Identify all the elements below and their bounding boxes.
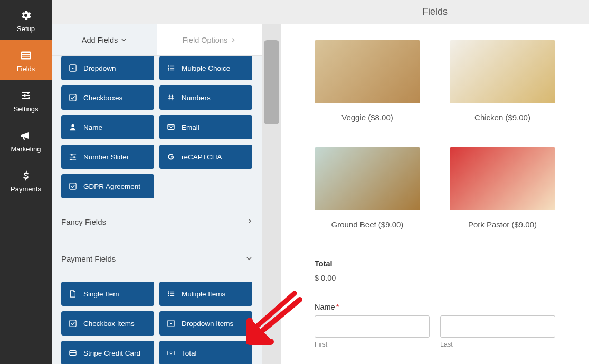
product-image	[450, 40, 555, 103]
total-label: Total	[315, 260, 555, 268]
svg-rect-27	[170, 293, 174, 294]
section-label: Fancy Fields	[61, 217, 106, 226]
google-icon	[167, 152, 175, 161]
chevron-down-icon	[121, 36, 127, 44]
chevron-right-icon	[231, 36, 236, 44]
section-fancy-fields[interactable]: Fancy Fields	[61, 208, 252, 235]
field-label: Multiple Choice	[182, 64, 230, 72]
product-veggie[interactable]: Veggie ($8.00)	[315, 40, 420, 122]
svg-rect-11	[170, 68, 174, 68]
field-total[interactable]: Total	[159, 341, 252, 364]
field-number-slider[interactable]: Number Slider	[61, 145, 154, 169]
sliders-icon	[20, 88, 32, 103]
section-payment-fields[interactable]: Payment Fields	[61, 245, 252, 272]
user-icon	[69, 123, 77, 131]
caret-square-icon	[167, 319, 175, 328]
first-name-sublabel: First	[315, 341, 430, 348]
product-label: Veggie ($8.00)	[341, 113, 393, 122]
nav-settings[interactable]: Settings	[0, 80, 52, 120]
hash-icon	[167, 93, 175, 102]
svg-rect-25	[170, 292, 174, 292]
file-icon	[69, 290, 77, 298]
preview-gutter	[262, 0, 281, 364]
field-label: reCAPTCHA	[182, 153, 222, 161]
list-icon	[19, 48, 33, 63]
first-name-input[interactable]	[315, 315, 430, 338]
last-name-input[interactable]	[440, 315, 555, 338]
field-gdpr[interactable]: GDPR Agreement	[61, 174, 154, 198]
field-dropdown-items[interactable]: Dropdown Items	[159, 311, 252, 336]
product-image	[450, 147, 555, 210]
dollar-icon	[20, 168, 32, 183]
nav-setup[interactable]: Setup	[0, 0, 52, 40]
product-ground-beef[interactable]: Ground Beef ($9.00)	[315, 147, 420, 229]
scrollbar-thumb[interactable]	[264, 40, 279, 124]
field-label: Email	[182, 123, 200, 131]
svg-point-20	[73, 156, 75, 158]
field-name[interactable]: Name	[61, 115, 154, 139]
name-field-section: Name * First Last	[315, 303, 555, 348]
svg-rect-19	[70, 157, 76, 157]
nav-fields[interactable]: Fields	[0, 40, 52, 80]
field-label: Dropdown	[83, 64, 116, 72]
gear-icon	[20, 8, 32, 23]
envelope-icon	[167, 123, 175, 131]
field-dropdown[interactable]: Dropdown	[61, 56, 154, 80]
svg-point-4	[27, 92, 29, 94]
svg-rect-3	[22, 56, 30, 58]
page-title: Fields	[281, 0, 589, 24]
nav-settings-label: Settings	[14, 105, 39, 113]
field-recaptcha[interactable]: reCAPTCHA	[159, 145, 252, 169]
product-image	[315, 147, 420, 210]
svg-rect-17	[70, 155, 76, 155]
field-label: Stripe Credit Card	[83, 349, 140, 357]
field-label: Checkboxes	[83, 94, 122, 102]
list-ul-icon	[167, 64, 175, 72]
fields-scroll-area[interactable]: Dropdown Multiple Choice Checkboxes Numb…	[52, 56, 262, 364]
tab-add-fields[interactable]: Add Fields	[52, 24, 157, 55]
field-numbers[interactable]: Numbers	[159, 85, 252, 110]
svg-point-15	[71, 124, 74, 127]
product-pork-pastor[interactable]: Pork Pastor ($9.00)	[450, 147, 555, 229]
field-checkboxes[interactable]: Checkboxes	[61, 85, 154, 110]
mid-header-bar	[52, 0, 262, 24]
field-stripe-credit-card[interactable]: Stripe Credit Card	[61, 341, 154, 364]
last-name-sublabel: Last	[440, 341, 555, 348]
field-multiple-choice[interactable]: Multiple Choice	[159, 56, 252, 80]
tab-field-options-label: Field Options	[183, 36, 227, 44]
svg-point-26	[168, 293, 169, 294]
field-label: Multiple Items	[182, 290, 225, 298]
svg-point-6	[28, 97, 30, 99]
sliders-h-icon	[69, 152, 77, 161]
svg-rect-2	[22, 55, 30, 56]
field-email[interactable]: Email	[159, 115, 252, 139]
section-label: Payment Fields	[61, 254, 116, 263]
required-asterisk: *	[336, 303, 339, 311]
svg-point-28	[168, 295, 169, 296]
nav-marketing[interactable]: Marketing	[0, 120, 52, 160]
svg-rect-29	[170, 295, 174, 296]
field-single-item[interactable]: Single Item	[61, 282, 154, 306]
left-nav: Setup Fields Settings Marketing Payments	[0, 0, 52, 364]
preview-scrollbar[interactable]	[262, 24, 281, 364]
total-section: Total $ 0.00	[315, 260, 555, 283]
tab-field-options[interactable]: Field Options	[157, 24, 262, 55]
svg-rect-23	[70, 183, 76, 189]
svg-rect-1	[22, 53, 30, 54]
check-square-icon	[69, 182, 77, 190]
svg-point-35	[170, 352, 172, 354]
check-square-icon	[69, 93, 77, 102]
list-ul-icon	[167, 290, 175, 298]
field-multiple-items[interactable]: Multiple Items	[159, 282, 252, 306]
credit-card-icon	[69, 349, 77, 357]
nav-payments-label: Payments	[11, 185, 41, 193]
svg-rect-13	[170, 70, 174, 70]
nav-payments[interactable]: Payments	[0, 160, 52, 200]
svg-point-24	[168, 291, 169, 292]
svg-rect-16	[168, 125, 174, 130]
svg-point-5	[24, 94, 26, 97]
product-chicken[interactable]: Chicken ($9.00)	[450, 40, 555, 122]
field-checkbox-items[interactable]: Checkbox Items	[61, 311, 154, 336]
svg-point-10	[168, 68, 169, 69]
field-label: Numbers	[182, 94, 211, 102]
